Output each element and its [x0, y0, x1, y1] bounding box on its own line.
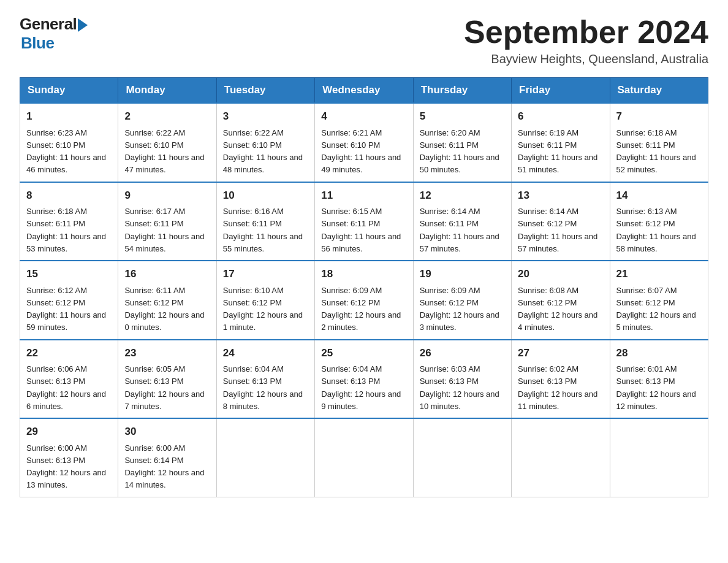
- table-row: 16 Sunrise: 6:11 AMSunset: 6:12 PMDaylig…: [118, 261, 216, 340]
- table-row: 21 Sunrise: 6:07 AMSunset: 6:12 PMDaylig…: [610, 261, 708, 340]
- day-info: Sunrise: 6:18 AMSunset: 6:11 PMDaylight:…: [616, 128, 696, 175]
- table-row: 14 Sunrise: 6:13 AMSunset: 6:12 PMDaylig…: [610, 182, 708, 261]
- day-number: 25: [321, 345, 406, 361]
- day-info: Sunrise: 6:05 AMSunset: 6:13 PMDaylight:…: [124, 364, 204, 411]
- day-number: 24: [223, 345, 308, 361]
- calendar-title: September 2024: [464, 15, 708, 50]
- day-number: 6: [518, 109, 603, 124]
- calendar-week-row: 22 Sunrise: 6:06 AMSunset: 6:13 PMDaylig…: [20, 340, 708, 419]
- table-row: 25 Sunrise: 6:04 AMSunset: 6:13 PMDaylig…: [315, 340, 413, 419]
- table-row: 5 Sunrise: 6:20 AMSunset: 6:11 PMDayligh…: [413, 103, 511, 182]
- day-info: Sunrise: 6:21 AMSunset: 6:10 PMDaylight:…: [321, 128, 401, 175]
- table-row: 12 Sunrise: 6:14 AMSunset: 6:11 PMDaylig…: [413, 182, 511, 261]
- calendar-week-row: 8 Sunrise: 6:18 AMSunset: 6:11 PMDayligh…: [20, 182, 708, 261]
- table-row: 24 Sunrise: 6:04 AMSunset: 6:13 PMDaylig…: [216, 340, 314, 419]
- day-number: 19: [420, 266, 505, 282]
- col-monday: Monday: [118, 78, 216, 104]
- day-number: 18: [321, 266, 406, 282]
- day-number: 13: [518, 188, 603, 204]
- day-info: Sunrise: 6:09 AMSunset: 6:12 PMDaylight:…: [321, 286, 401, 332]
- day-info: Sunrise: 6:20 AMSunset: 6:11 PMDaylight:…: [420, 128, 499, 175]
- logo-arrow-icon: [78, 18, 88, 32]
- day-number: 22: [26, 345, 112, 361]
- day-number: 28: [616, 345, 702, 361]
- table-row: [610, 418, 708, 497]
- page-header: General Blue September 2024 Bayview Heig…: [20, 15, 708, 66]
- col-tuesday: Tuesday: [216, 78, 314, 104]
- day-number: 14: [616, 188, 702, 204]
- day-number: 3: [223, 109, 308, 124]
- day-info: Sunrise: 6:22 AMSunset: 6:10 PMDaylight:…: [124, 128, 204, 175]
- day-info: Sunrise: 6:16 AMSunset: 6:11 PMDaylight:…: [223, 207, 303, 253]
- table-row: 1 Sunrise: 6:23 AMSunset: 6:10 PMDayligh…: [20, 103, 118, 182]
- calendar-header-row: Sunday Monday Tuesday Wednesday Thursday…: [20, 78, 708, 104]
- day-number: 17: [223, 266, 308, 282]
- day-number: 8: [26, 188, 112, 204]
- col-sunday: Sunday: [20, 78, 118, 104]
- table-row: 26 Sunrise: 6:03 AMSunset: 6:13 PMDaylig…: [413, 340, 511, 419]
- col-saturday: Saturday: [610, 78, 708, 104]
- day-info: Sunrise: 6:11 AMSunset: 6:12 PMDaylight:…: [124, 286, 204, 332]
- table-row: 28 Sunrise: 6:01 AMSunset: 6:13 PMDaylig…: [610, 340, 708, 419]
- col-wednesday: Wednesday: [315, 78, 413, 104]
- day-number: 16: [124, 266, 210, 282]
- col-thursday: Thursday: [413, 78, 511, 104]
- table-row: [512, 418, 610, 497]
- day-number: 1: [26, 109, 112, 124]
- day-info: Sunrise: 6:19 AMSunset: 6:11 PMDaylight:…: [518, 128, 597, 175]
- day-info: Sunrise: 6:01 AMSunset: 6:13 PMDaylight:…: [616, 364, 696, 411]
- table-row: 30 Sunrise: 6:00 AMSunset: 6:14 PMDaylig…: [118, 418, 216, 497]
- day-number: 5: [420, 109, 505, 124]
- table-row: 3 Sunrise: 6:22 AMSunset: 6:10 PMDayligh…: [216, 103, 314, 182]
- table-row: 15 Sunrise: 6:12 AMSunset: 6:12 PMDaylig…: [20, 261, 118, 340]
- table-row: [315, 418, 413, 497]
- table-row: 9 Sunrise: 6:17 AMSunset: 6:11 PMDayligh…: [118, 182, 216, 261]
- table-row: 29 Sunrise: 6:00 AMSunset: 6:13 PMDaylig…: [20, 418, 118, 497]
- table-row: [216, 418, 314, 497]
- logo-general-text: General: [20, 15, 77, 34]
- table-row: 20 Sunrise: 6:08 AMSunset: 6:12 PMDaylig…: [512, 261, 610, 340]
- day-info: Sunrise: 6:06 AMSunset: 6:13 PMDaylight:…: [26, 364, 106, 411]
- calendar-week-row: 15 Sunrise: 6:12 AMSunset: 6:12 PMDaylig…: [20, 261, 708, 340]
- day-info: Sunrise: 6:03 AMSunset: 6:13 PMDaylight:…: [420, 364, 499, 411]
- day-info: Sunrise: 6:17 AMSunset: 6:11 PMDaylight:…: [124, 207, 204, 253]
- table-row: 10 Sunrise: 6:16 AMSunset: 6:11 PMDaylig…: [216, 182, 314, 261]
- calendar-location: Bayview Heights, Queensland, Australia: [464, 52, 708, 66]
- logo-blue-text: Blue: [21, 34, 54, 53]
- day-number: 4: [321, 109, 406, 124]
- day-number: 7: [616, 109, 702, 124]
- table-row: 27 Sunrise: 6:02 AMSunset: 6:13 PMDaylig…: [512, 340, 610, 419]
- table-row: 13 Sunrise: 6:14 AMSunset: 6:12 PMDaylig…: [512, 182, 610, 261]
- col-friday: Friday: [512, 78, 610, 104]
- day-number: 23: [124, 345, 210, 361]
- day-info: Sunrise: 6:18 AMSunset: 6:11 PMDaylight:…: [26, 207, 106, 253]
- table-row: 11 Sunrise: 6:15 AMSunset: 6:11 PMDaylig…: [315, 182, 413, 261]
- table-row: 18 Sunrise: 6:09 AMSunset: 6:12 PMDaylig…: [315, 261, 413, 340]
- table-row: 22 Sunrise: 6:06 AMSunset: 6:13 PMDaylig…: [20, 340, 118, 419]
- day-number: 20: [518, 266, 603, 282]
- day-info: Sunrise: 6:00 AMSunset: 6:14 PMDaylight:…: [124, 443, 204, 490]
- day-info: Sunrise: 6:02 AMSunset: 6:13 PMDaylight:…: [518, 364, 597, 411]
- day-number: 27: [518, 345, 603, 361]
- calendar-week-row: 1 Sunrise: 6:23 AMSunset: 6:10 PMDayligh…: [20, 103, 708, 182]
- table-row: 23 Sunrise: 6:05 AMSunset: 6:13 PMDaylig…: [118, 340, 216, 419]
- day-info: Sunrise: 6:04 AMSunset: 6:13 PMDaylight:…: [321, 364, 401, 411]
- table-row: [413, 418, 511, 497]
- logo: General Blue: [20, 15, 88, 53]
- day-info: Sunrise: 6:00 AMSunset: 6:13 PMDaylight:…: [26, 443, 106, 490]
- day-number: 10: [223, 188, 308, 204]
- table-row: 19 Sunrise: 6:09 AMSunset: 6:12 PMDaylig…: [413, 261, 511, 340]
- day-info: Sunrise: 6:12 AMSunset: 6:12 PMDaylight:…: [26, 286, 106, 332]
- table-row: 8 Sunrise: 6:18 AMSunset: 6:11 PMDayligh…: [20, 182, 118, 261]
- title-block: September 2024 Bayview Heights, Queensla…: [464, 15, 708, 66]
- day-info: Sunrise: 6:04 AMSunset: 6:13 PMDaylight:…: [223, 364, 303, 411]
- day-info: Sunrise: 6:15 AMSunset: 6:11 PMDaylight:…: [321, 207, 401, 253]
- day-number: 11: [321, 188, 406, 204]
- day-info: Sunrise: 6:14 AMSunset: 6:11 PMDaylight:…: [420, 207, 499, 253]
- day-info: Sunrise: 6:08 AMSunset: 6:12 PMDaylight:…: [518, 286, 597, 332]
- day-info: Sunrise: 6:14 AMSunset: 6:12 PMDaylight:…: [518, 207, 597, 253]
- day-number: 15: [26, 266, 112, 282]
- day-info: Sunrise: 6:07 AMSunset: 6:12 PMDaylight:…: [616, 286, 696, 332]
- day-number: 26: [420, 345, 505, 361]
- day-info: Sunrise: 6:22 AMSunset: 6:10 PMDaylight:…: [223, 128, 303, 175]
